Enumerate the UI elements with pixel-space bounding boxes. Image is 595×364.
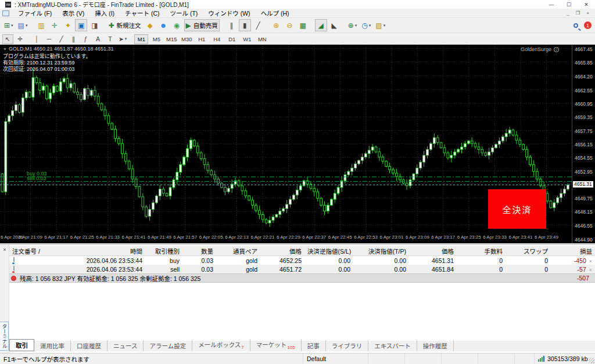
menu-item[interactable]: チャート (C) xyxy=(120,9,164,17)
price-tick-label: 4667.45 xyxy=(575,46,593,52)
close-button[interactable]: ✕ xyxy=(578,0,595,9)
horizontal-line-button[interactable]: ─ xyxy=(44,34,55,44)
market-watch-button[interactable]: ▥ xyxy=(35,19,47,31)
column-header[interactable]: 価格 xyxy=(409,247,457,255)
fibonacci-button[interactable]: ƒ xyxy=(80,34,91,44)
close-position-icon[interactable]: × xyxy=(589,267,592,273)
column-header[interactable]: 決済指値(T/P) xyxy=(353,247,409,255)
strategy-tester-button[interactable]: ◨ xyxy=(88,19,101,31)
timeframe-m1[interactable]: M1 xyxy=(134,34,148,44)
templates-button[interactable]: ▧▾ xyxy=(374,19,387,31)
terminal-tab-操作履歴[interactable]: 操作履歴 xyxy=(417,340,454,351)
zoom-in-button[interactable]: ⊕ xyxy=(270,19,282,31)
orders-table-header[interactable]: 注文番号 /時間取引種別数量通貨ペア価格決済逆指値(S/L)決済指値(T/P)価… xyxy=(9,246,595,256)
notification-badge[interactable]: 1 xyxy=(584,21,592,29)
timeframe-d1[interactable]: D1 xyxy=(225,34,239,44)
timeframe-m30[interactable]: M30 xyxy=(180,34,193,44)
column-header[interactable]: 手数料 xyxy=(457,247,506,255)
new-chart-button[interactable]: ⊞▾ xyxy=(2,19,15,31)
time-axis[interactable]: 6 Apr 20266 Apr 21:096 Apr 21:176 Apr 21… xyxy=(0,232,572,243)
terminal-tab-アラーム設定[interactable]: アラーム設定 xyxy=(144,340,192,351)
terminal-side-tab[interactable]: ターミナル xyxy=(0,322,9,351)
new-order-button[interactable]: ✚新規注文 xyxy=(106,19,142,31)
menu-item[interactable]: ファイル (F) xyxy=(13,9,57,17)
search-icon[interactable] xyxy=(574,23,578,28)
autotrading-button[interactable]: ▶自動売買 xyxy=(184,19,220,31)
close-position-icon[interactable]: × xyxy=(589,258,592,264)
order-row[interactable]: 2026.04.06 23:53:44buy0.03gold4652.250.0… xyxy=(9,256,595,265)
chart-shift-button[interactable]: ◣ xyxy=(328,19,340,31)
text-button[interactable]: A xyxy=(92,34,103,44)
column-header[interactable]: 通貨ペア xyxy=(216,247,260,255)
child-minimize-button[interactable]: _ xyxy=(563,9,573,17)
column-header[interactable]: 決済逆指値(S/L) xyxy=(304,247,353,255)
tile-windows-button[interactable]: ▦ xyxy=(297,19,309,31)
terminal-tab-エキスパート[interactable]: エキスパート xyxy=(368,340,417,351)
chart-line-button[interactable]: ╱ xyxy=(252,19,264,31)
signals-button[interactable]: ◉ xyxy=(171,19,183,31)
arrows-button[interactable]: ➤▾ xyxy=(117,34,128,44)
menu-item[interactable]: ウィンドウ (W) xyxy=(203,9,255,17)
terminal-tab-マーケット[interactable]: マーケット105 xyxy=(250,339,302,351)
column-header[interactable]: 損益 xyxy=(551,247,595,255)
current-price-box: 4651.31 xyxy=(573,181,593,188)
terminal-button[interactable]: ▣ xyxy=(75,19,87,31)
column-header[interactable]: 時間 xyxy=(63,247,145,255)
order-row[interactable]: 2026.04.06 23:53:44sell0.03gold4651.720.… xyxy=(9,265,595,273)
maximize-button[interactable]: ☐ xyxy=(560,0,578,9)
terminal-tab-記事[interactable]: 記事 xyxy=(302,340,326,351)
terminal-tab-ライブラリ[interactable]: ライブラリ xyxy=(326,340,369,351)
periods-button[interactable]: ◷▾ xyxy=(360,19,372,31)
profiles-button[interactable]: ▤▾ xyxy=(16,19,30,31)
close-all-button[interactable]: 全決済 xyxy=(488,189,546,229)
terminal-tab-運用比率[interactable]: 運用比率 xyxy=(34,340,71,351)
label-button[interactable]: T xyxy=(105,34,116,44)
chart-bars-button[interactable]: ∥ xyxy=(225,19,238,31)
terminal-tab-ニュース[interactable]: ニュース xyxy=(107,340,144,351)
metaeditor-button[interactable]: ◆ xyxy=(144,19,156,31)
child-restore-button[interactable]: ❐ xyxy=(573,9,583,17)
trendline-button[interactable]: ╱ xyxy=(56,34,67,44)
ea-smiley-icon[interactable]: ☺ xyxy=(554,47,559,52)
channel-button[interactable]: ∥ xyxy=(68,34,79,44)
terminal-close-icon[interactable]: × xyxy=(1,246,8,253)
status-profile[interactable]: Default xyxy=(303,354,368,364)
zoom-out-button[interactable]: ⊖ xyxy=(284,19,296,31)
candlestick-chart[interactable] xyxy=(0,45,572,232)
timeframe-mn[interactable]: MN xyxy=(255,34,269,44)
menu-item[interactable]: ツール (T) xyxy=(164,9,203,17)
cursor-button[interactable]: ↖ xyxy=(2,34,13,44)
chart-candles-button[interactable]: ▮ xyxy=(239,19,251,31)
column-header[interactable]: 価格 xyxy=(260,247,304,255)
timeframe-m15[interactable]: M15 xyxy=(164,34,178,44)
child-close-button[interactable]: × xyxy=(583,9,593,17)
timeframe-w1[interactable]: W1 xyxy=(240,34,254,44)
price-tick-label: 4654.55 xyxy=(575,155,593,161)
terminal-tab-取引[interactable]: 取引 xyxy=(9,339,34,351)
column-header[interactable]: スワップ xyxy=(506,247,551,255)
timeframe-m5[interactable]: M5 xyxy=(149,34,163,44)
time-tick-label: 6 Apr 21:17 xyxy=(44,235,68,240)
community-button[interactable]: ☻ xyxy=(157,19,170,31)
auto-scroll-button[interactable]: ◢ xyxy=(315,19,327,31)
quick-trade-arrow-icon[interactable]: ▼ xyxy=(3,47,7,51)
menu-item[interactable]: ヘルプ (H) xyxy=(256,9,295,17)
column-header[interactable]: 取引種別 xyxy=(145,247,182,255)
resize-grip[interactable] xyxy=(589,358,594,363)
terminal-tab-メールボックス[interactable]: メールボックス7 xyxy=(192,339,250,351)
navigator-button[interactable]: ✦ xyxy=(62,19,74,31)
indicators-button[interactable]: ⊕▾ xyxy=(346,19,359,31)
terminal-tab-口座履歴[interactable]: 口座履歴 xyxy=(71,340,107,351)
minimize-button[interactable]: — xyxy=(543,0,560,9)
menu-item[interactable]: 挿入 (I) xyxy=(89,9,120,17)
menu-item[interactable]: 表示 (V) xyxy=(57,9,89,17)
data-window-button[interactable]: ✛ xyxy=(48,19,60,31)
timeframe-h1[interactable]: H1 xyxy=(195,34,209,44)
timeframe-h4[interactable]: H4 xyxy=(210,34,224,44)
column-header[interactable]: 注文番号 / xyxy=(9,247,63,255)
price-axis[interactable]: 4667.454665.854664.204662.554660.954659.… xyxy=(572,45,595,243)
chart-window-icon[interactable] xyxy=(2,10,9,16)
crosshair-button[interactable]: ✛ xyxy=(15,34,26,44)
column-header[interactable]: 数量 xyxy=(182,247,216,255)
vertical-line-button[interactable]: │ xyxy=(31,34,42,44)
